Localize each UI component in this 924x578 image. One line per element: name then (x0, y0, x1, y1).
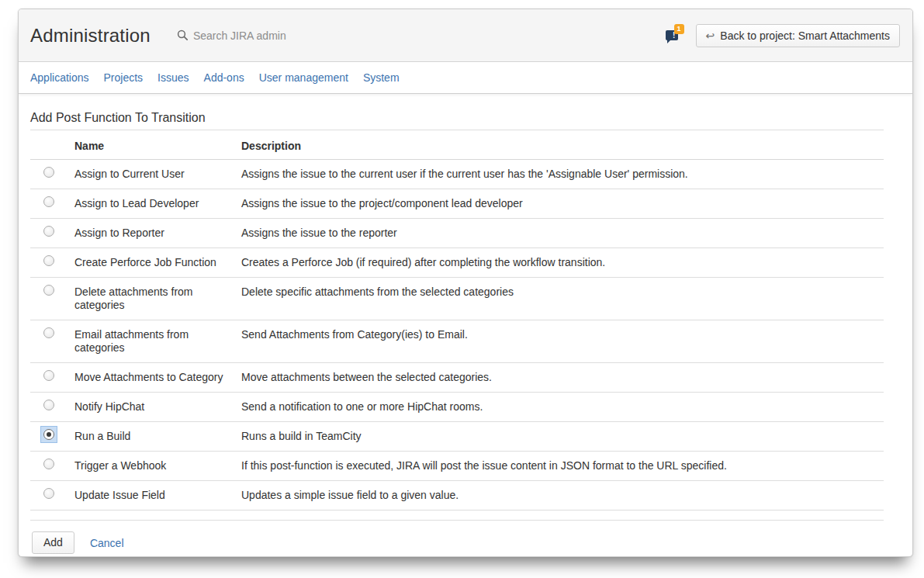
name-column-header: Name (74, 130, 241, 160)
admin-nav: Applications Projects Issues Add-ons Use… (19, 62, 912, 94)
radio-button[interactable] (43, 429, 54, 440)
table-header-row: Name Description (30, 130, 884, 160)
admin-search[interactable] (177, 29, 341, 42)
radio-button[interactable] (43, 327, 54, 338)
notification-badge: 1 (674, 24, 684, 34)
post-function-name: Email attachments from categories (74, 320, 241, 363)
radio-button[interactable] (43, 459, 54, 469)
post-function-description: Send a notification to one or more HipCh… (241, 393, 884, 422)
table-row[interactable]: Create Perforce Job Function Creates a P… (30, 248, 884, 278)
post-function-name: Create Perforce Job Function (74, 248, 241, 278)
table-row[interactable]: Delete attachments from categories Delet… (30, 278, 884, 320)
search-icon (177, 29, 189, 41)
post-function-description: Send Attachments from Category(ies) to E… (241, 320, 884, 363)
radio-button[interactable] (43, 488, 54, 499)
table-row[interactable]: Assign to Current User Assigns the issue… (30, 160, 884, 189)
post-function-name: Delete attachments from categories (74, 278, 241, 320)
post-function-description: Delete specific attachments from the sel… (241, 278, 884, 320)
admin-header: Administration ! 1 ↩ Back to project: Sm… (19, 9, 912, 62)
post-function-description: Updates a simple issue field to a given … (241, 481, 884, 511)
selected-radio-focus-ring (41, 427, 57, 442)
post-function-description: Move attachments between the selected ca… (241, 363, 884, 393)
table-row[interactable]: Assign to Reporter Assigns the issue to … (30, 219, 884, 248)
radio-button[interactable] (43, 167, 54, 178)
post-function-description: Assigns the issue to the current user if… (241, 160, 884, 189)
post-function-name: Assign to Reporter (74, 219, 241, 248)
radio-button[interactable] (43, 226, 54, 237)
search-input[interactable] (193, 29, 341, 42)
nav-item-add-ons[interactable]: Add-ons (204, 71, 244, 84)
radio-button[interactable] (43, 400, 54, 410)
radio-button[interactable] (43, 370, 54, 381)
radio-column-header (30, 130, 74, 160)
post-function-name: Assign to Lead Developer (74, 189, 241, 219)
table-row[interactable]: Assign to Lead Developer Assigns the iss… (30, 189, 884, 219)
post-function-description: Runs a build in TeamCity (241, 422, 884, 452)
section-title: Add Post Function To Transition (30, 111, 884, 130)
table-row[interactable]: Email attachments from categories Send A… (30, 320, 884, 363)
post-function-name: Notify HipChat (74, 393, 241, 422)
description-column-header: Description (241, 130, 884, 160)
post-function-name: Assign to Current User (74, 160, 241, 189)
page-title: Administration (30, 25, 151, 47)
post-function-name: Move Attachments to Category (74, 363, 241, 393)
post-function-description: Assigns the issue to the project/compone… (241, 189, 884, 219)
nav-item-projects[interactable]: Projects (104, 71, 144, 84)
nav-item-system[interactable]: System (363, 71, 400, 84)
radio-button[interactable] (43, 196, 54, 207)
back-button-label: Back to project: Smart Attachments (720, 29, 890, 42)
post-function-description: If this post-function is executed, JIRA … (241, 452, 884, 481)
admin-page-card: Administration ! 1 ↩ Back to project: Sm… (18, 9, 913, 557)
table-row[interactable]: Move Attachments to Category Move attach… (30, 363, 884, 393)
radio-button[interactable] (43, 285, 54, 296)
footer-actions: Add Cancel (30, 521, 884, 554)
post-function-name: Trigger a Webhook (74, 452, 241, 481)
cancel-link[interactable]: Cancel (90, 537, 124, 549)
post-function-description: Creates a Perforce Job (if required) aft… (241, 248, 884, 278)
table-row[interactable]: Trigger a Webhook If this post-function … (30, 452, 884, 481)
post-function-name: Run a Build (74, 422, 241, 452)
nav-item-applications[interactable]: Applications (30, 71, 89, 84)
notifications-icon[interactable]: ! 1 (665, 26, 683, 45)
post-function-name: Update Issue Field (74, 481, 241, 511)
table-row[interactable]: Run a Build Runs a build in TeamCity (30, 422, 884, 452)
nav-item-issues[interactable]: Issues (157, 71, 189, 84)
add-button[interactable]: Add (32, 531, 74, 554)
content-area: Add Post Function To Transition Name Des… (19, 94, 912, 554)
radio-button[interactable] (43, 255, 54, 266)
post-function-table: Name Description Assign to Current User … (30, 130, 884, 511)
table-body: Assign to Current User Assigns the issue… (30, 160, 884, 511)
nav-item-user-management[interactable]: User management (259, 71, 348, 84)
post-function-description: Assigns the issue to the reporter (241, 219, 884, 248)
back-arrow-icon: ↩ (706, 30, 715, 41)
table-row[interactable]: Notify HipChat Send a notification to on… (30, 393, 884, 422)
table-row[interactable]: Update Issue Field Updates a simple issu… (30, 481, 884, 511)
back-to-project-button[interactable]: ↩ Back to project: Smart Attachments (696, 24, 900, 47)
